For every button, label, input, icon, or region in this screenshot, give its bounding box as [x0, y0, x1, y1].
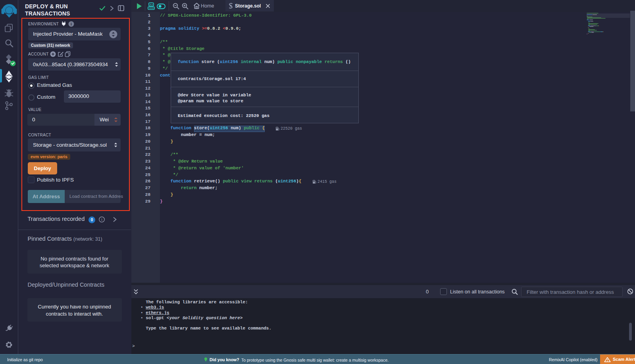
svg-text:i: i [71, 22, 72, 26]
svg-text:i: i [101, 218, 102, 222]
